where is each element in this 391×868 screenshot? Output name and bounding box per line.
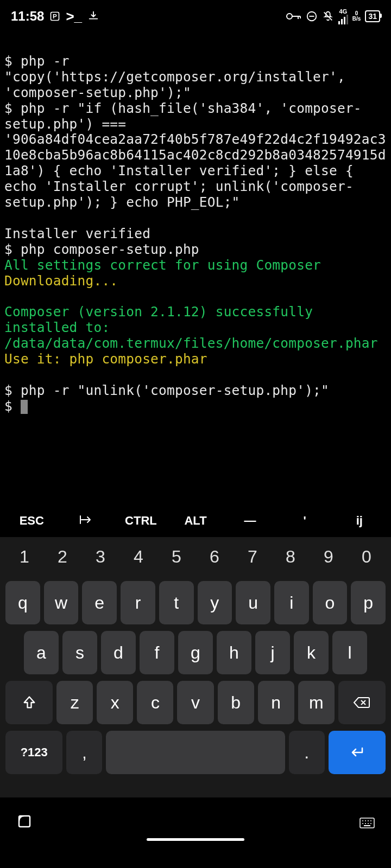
svg-point-14 [370, 823, 371, 824]
number-row: 1 2 3 4 5 6 7 8 9 0 [3, 542, 388, 575]
num-key[interactable]: 1 [5, 547, 43, 567]
key-k[interactable]: k [294, 631, 329, 674]
ctrl-key[interactable]: CTRL [113, 514, 168, 528]
key-f[interactable]: f [140, 631, 174, 674]
key-p[interactable]: p [351, 581, 386, 624]
key-q[interactable]: q [5, 581, 40, 624]
svg-point-13 [368, 823, 369, 824]
symbols-key[interactable]: ?123 [5, 731, 62, 774]
key-n[interactable]: n [258, 681, 294, 724]
app-indicator-icon: P [49, 11, 60, 22]
svg-point-12 [365, 823, 366, 824]
num-key[interactable]: 3 [81, 547, 119, 567]
num-key[interactable]: 6 [195, 547, 234, 567]
status-right: 4G 0 B/s 31 [286, 9, 380, 24]
svg-point-11 [362, 823, 363, 824]
terminal-output[interactable]: $ php -r "copy('https://getcomposer.org/… [0, 33, 391, 505]
enter-key[interactable] [329, 731, 386, 774]
num-key[interactable]: 4 [119, 547, 157, 567]
period-key[interactable]: . [289, 731, 325, 774]
recent-apps-icon[interactable] [16, 813, 33, 831]
terminal-line: $ php -r "copy('https://getcomposer.org/… [4, 53, 354, 100]
key-row-3: z x c v b n m [3, 681, 388, 724]
key-h[interactable]: h [217, 631, 251, 674]
svg-text:P: P [53, 12, 58, 20]
terminal-line: $ php composer-setup.php [4, 241, 199, 257]
svg-point-2 [287, 14, 292, 19]
apostrophe-key[interactable]: ' [278, 514, 332, 528]
terminal-line-info: Downloading... [4, 273, 118, 289]
key-j[interactable]: j [255, 631, 290, 674]
key-o[interactable]: o [313, 581, 348, 624]
key-row-1: q w e r t y u i o p [3, 581, 388, 624]
num-key[interactable]: 0 [348, 547, 386, 567]
esc-key[interactable]: ESC [4, 514, 59, 528]
num-key[interactable]: 7 [234, 547, 272, 567]
key-row-2: a s d f g h j k l [3, 631, 388, 674]
soft-keyboard: 1 2 3 4 5 6 7 8 9 0 q w e r t y u i o p … [0, 537, 391, 797]
key-v[interactable]: v [177, 681, 213, 724]
svg-point-9 [368, 820, 369, 821]
terminal-line: $ php -r "if (hash_file('sha384', 'compo… [4, 100, 386, 210]
comma-key[interactable]: , [66, 731, 102, 774]
key-l[interactable]: l [332, 631, 367, 674]
key-x[interactable]: x [97, 681, 133, 724]
backspace-key[interactable] [338, 681, 386, 724]
key-row-4: ?123 , . [3, 731, 388, 774]
extra-keys-row: ESC CTRL ALT — ' ij [0, 505, 391, 537]
num-key[interactable]: 9 [310, 547, 348, 567]
battery-icon: 31 [365, 10, 380, 22]
alt-key[interactable]: ALT [168, 514, 223, 528]
space-key[interactable] [106, 731, 285, 774]
svg-point-8 [365, 820, 366, 821]
mute-icon [322, 10, 334, 22]
netspeed-unit: B/s [352, 16, 361, 22]
shift-key[interactable] [5, 681, 53, 724]
network-type: 4G [339, 9, 348, 15]
svg-point-10 [370, 820, 371, 821]
svg-rect-6 [360, 818, 374, 828]
terminal-line-info: Use it: php composer.phar [4, 351, 207, 367]
terminal-line: Installer verified [4, 226, 150, 241]
home-handle[interactable] [147, 838, 244, 841]
navigation-bar [0, 797, 391, 846]
svg-point-7 [362, 820, 363, 821]
key-e[interactable]: e [82, 581, 117, 624]
key-a[interactable]: a [24, 631, 59, 674]
key-t[interactable]: t [159, 581, 194, 624]
svg-rect-15 [364, 825, 370, 826]
status-left: 11:58 P >_ [11, 8, 99, 25]
dash-key[interactable]: — [223, 514, 278, 528]
vpn-key-icon [286, 12, 301, 21]
key-z[interactable]: z [56, 681, 93, 724]
clock: 11:58 [11, 9, 44, 24]
key-d[interactable]: d [101, 631, 136, 674]
terminal-line-success: All settings correct for using Composer [4, 257, 321, 273]
terminal-line-success: Composer (version 2.1.12) successfully i… [4, 304, 378, 351]
key-c[interactable]: c [137, 681, 173, 724]
do-not-disturb-icon [306, 10, 318, 22]
key-r[interactable]: r [121, 581, 155, 624]
key-y[interactable]: y [198, 581, 232, 624]
key-w[interactable]: w [44, 581, 79, 624]
terminal-line: $ php -r "unlink('composer-setup.php');" [4, 382, 329, 398]
key-m[interactable]: m [298, 681, 335, 724]
download-icon [87, 10, 99, 22]
key-u[interactable]: u [236, 581, 270, 624]
tab-key[interactable] [59, 514, 114, 528]
terminal-icon: >_ [66, 8, 82, 25]
key-g[interactable]: g [178, 631, 213, 674]
key-s[interactable]: s [62, 631, 97, 674]
terminal-prompt: $ [4, 398, 21, 414]
keyboard-switch-icon[interactable] [360, 818, 375, 830]
key-i[interactable]: i [274, 581, 309, 624]
num-key[interactable]: 8 [272, 547, 310, 567]
ij-key[interactable]: ij [332, 514, 387, 528]
num-key[interactable]: 2 [43, 547, 81, 567]
signal-icon [338, 15, 348, 24]
key-b[interactable]: b [218, 681, 254, 724]
cursor [21, 400, 28, 414]
status-bar: 11:58 P >_ 4G 0 B/s [0, 0, 391, 33]
num-key[interactable]: 5 [157, 547, 195, 567]
